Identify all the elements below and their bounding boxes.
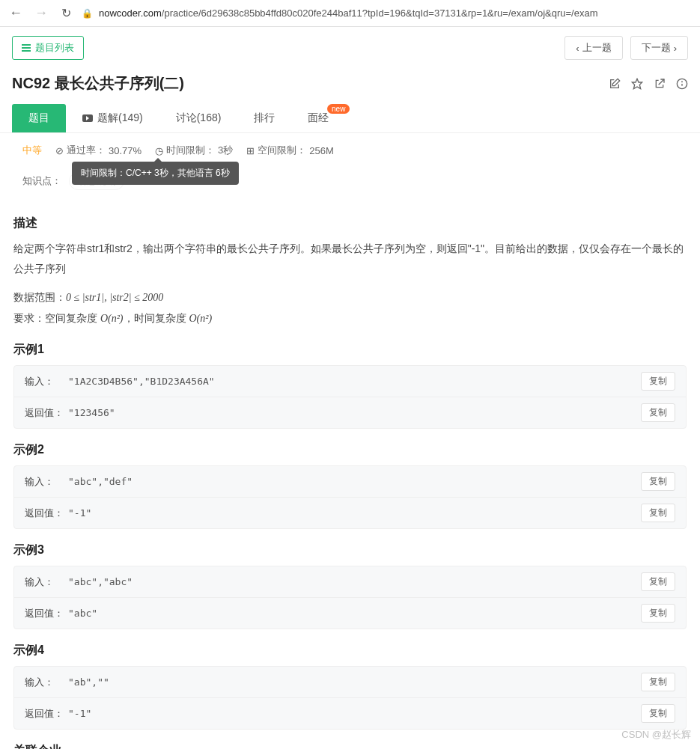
back-icon[interactable]: ← (6, 5, 25, 21)
tab-rank[interactable]: 排行 (237, 104, 291, 132)
chevron-right-icon: › (674, 43, 677, 54)
example-input: "abc","abc" (68, 576, 641, 587)
example3-heading: 示例3 (13, 542, 687, 558)
clock-icon: ◷ (155, 145, 163, 156)
copy-button[interactable]: 复制 (641, 604, 675, 623)
prev-problem-button[interactable]: ‹上一题 (564, 36, 622, 60)
difficulty-badge: 中等 (22, 144, 42, 157)
output-label: 返回值： (25, 406, 68, 420)
next-problem-button[interactable]: 下一题› (630, 36, 688, 60)
knowledge-label: 知识点： (22, 174, 61, 188)
check-icon: ⊘ (55, 145, 64, 156)
reload-icon[interactable]: ↻ (57, 6, 76, 20)
example4-heading: 示例4 (13, 643, 687, 658)
video-icon (82, 114, 93, 122)
example2-heading: 示例2 (13, 442, 687, 458)
description-text: 给定两个字符串str1和str2，输出两个字符串的最长公共子序列。如果最长公共子… (13, 239, 687, 278)
svg-point-3 (682, 82, 683, 82)
input-label: 输入： (25, 375, 68, 388)
edit-icon[interactable] (609, 78, 621, 90)
forward-icon[interactable]: → (31, 5, 51, 21)
input-label: 输入： (25, 475, 68, 489)
example1-heading: 示例1 (13, 342, 687, 358)
example-output: "abc" (68, 608, 641, 619)
example-box: 输入："ab",""复制 返回值："-1"复制 (13, 666, 687, 730)
related-companies-heading: 关联企业 (13, 743, 687, 749)
output-label: 返回值： (25, 607, 68, 620)
example-input: "ab","" (68, 676, 641, 688)
description-heading: 描述 (13, 215, 687, 231)
output-label: 返回值： (25, 707, 68, 721)
pass-rate: ⊘通过率：30.77% (55, 144, 141, 157)
watermark: CSDN @赵长辉 (621, 728, 691, 742)
problem-list-button[interactable]: 题目列表 (12, 36, 84, 60)
chevron-left-icon: ‹ (576, 43, 579, 54)
copy-button[interactable]: 复制 (641, 403, 675, 422)
browser-address-bar: ← → ↻ 🔒 nowcoder.com/practice/6d29638c85… (0, 0, 700, 27)
space-limit: ⊞空间限制：256M (246, 144, 334, 157)
example-box: 输入："abc","abc"复制 返回值："abc"复制 (13, 566, 687, 629)
copy-button[interactable]: 复制 (641, 372, 675, 391)
copy-button[interactable]: 复制 (641, 673, 675, 691)
input-label: 输入： (25, 575, 68, 589)
copy-button[interactable]: 复制 (641, 504, 675, 522)
time-limit: ◷时间限制：3秒 (155, 144, 233, 157)
example-box: 输入："1A2C3D4B56","B1D23A456A"复制 返回值："1234… (13, 365, 687, 429)
copy-button[interactable]: 复制 (641, 472, 675, 491)
output-label: 返回值： (25, 507, 68, 520)
chip-icon: ⊞ (246, 145, 255, 156)
input-label: 输入： (25, 676, 68, 689)
star-icon[interactable] (631, 78, 643, 90)
tab-problem[interactable]: 题目 (12, 104, 66, 132)
tab-discuss[interactable]: 讨论(168) (159, 104, 238, 132)
tab-interview[interactable]: 面经new (291, 104, 345, 132)
share-icon[interactable] (654, 78, 666, 90)
data-range: 数据范围：0 ≤ |str1|, |str2| ≤ 2000要求：空间复杂度 O… (13, 287, 687, 328)
lock-icon: 🔒 (82, 8, 93, 19)
url-bar[interactable]: 🔒 nowcoder.com/practice/6d29638c85bb4ffd… (82, 7, 694, 19)
info-icon[interactable] (676, 78, 688, 90)
example-input: "1A2C3D4B56","B1D23A456A" (68, 376, 641, 387)
example-output: "-1" (68, 507, 641, 519)
new-badge: new (327, 104, 350, 114)
problem-title: NC92 最长公共子序列(二) (12, 73, 184, 94)
copy-button[interactable]: 复制 (641, 704, 675, 723)
example-box: 输入："abc","def"复制 返回值："-1"复制 (13, 465, 687, 529)
time-limit-tooltip: 时间限制：C/C++ 3秒，其他语言 6秒 (72, 162, 239, 185)
example-input: "abc","def" (68, 476, 641, 487)
copy-button[interactable]: 复制 (641, 572, 675, 591)
url-text: nowcoder.com/practice/6d29638c85bb4ffd80… (99, 7, 598, 19)
example-output: "-1" (68, 708, 641, 719)
tab-solutions[interactable]: 题解(149) (66, 104, 159, 132)
list-icon (22, 44, 31, 52)
example-output: "123456" (68, 407, 641, 418)
svg-marker-0 (632, 79, 642, 88)
